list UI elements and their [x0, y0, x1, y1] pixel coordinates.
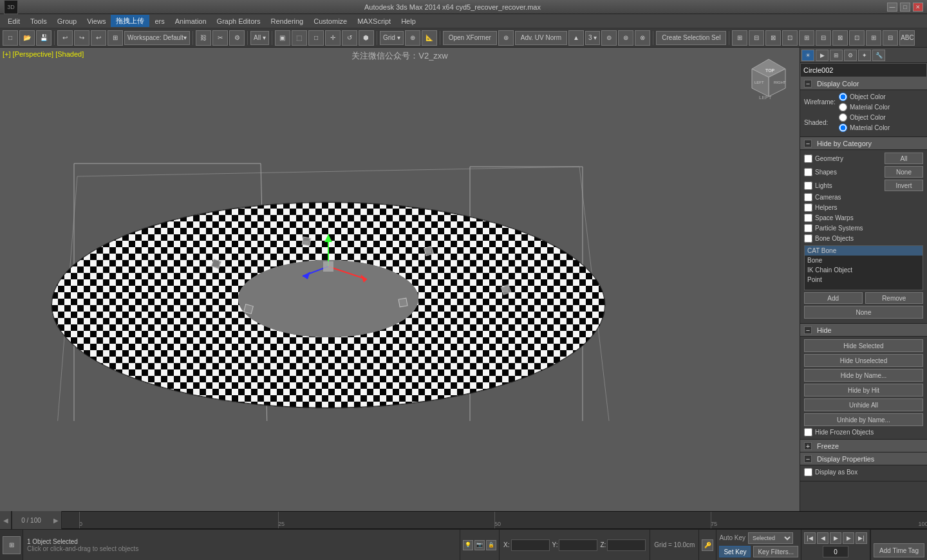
workspace-selector[interactable]: Workspace: Default▾	[124, 31, 190, 45]
menu-ers[interactable]: ers	[149, 16, 169, 26]
menu-maxscript[interactable]: MAXScript	[352, 16, 396, 26]
save-btn[interactable]: 💾	[36, 30, 52, 46]
menu-tools[interactable]: Tools	[25, 16, 52, 26]
shapes-checkbox[interactable]	[804, 168, 812, 176]
frame-input[interactable]	[823, 546, 848, 557]
extra6[interactable]: ⊠	[765, 30, 781, 46]
rect-select-btn[interactable]: □	[308, 30, 324, 46]
list-item-bone[interactable]: Bone	[805, 256, 922, 265]
add-time-tag-btn[interactable]: Add Time Tag	[874, 543, 924, 557]
hide-toggle[interactable]: −	[804, 326, 812, 334]
key-filters-btn[interactable]: Key Filters...	[753, 546, 798, 557]
particle-systems-checkbox[interactable]	[804, 224, 812, 232]
none-btn2[interactable]: None	[804, 306, 923, 319]
hide-by-category-header[interactable]: − Hide by Category	[800, 137, 927, 150]
extra11[interactable]: ⊡	[849, 30, 865, 46]
undo-btn[interactable]: ↩	[57, 30, 73, 46]
hide-by-category-toggle[interactable]: −	[804, 140, 812, 147]
move-btn[interactable]: ✛	[325, 30, 341, 46]
cameras-checkbox[interactable]	[804, 193, 812, 201]
add-button[interactable]: Add	[804, 292, 863, 304]
hide-header[interactable]: − Hide	[800, 324, 927, 337]
list-item-cat-bone[interactable]: CAT Bone	[805, 246, 922, 256]
display-properties-toggle[interactable]: −	[804, 455, 812, 463]
extra14[interactable]: ABC	[899, 30, 915, 46]
prev-key-btn[interactable]: ◀	[817, 532, 829, 544]
menu-upload[interactable]: 拖拽上传	[111, 15, 149, 27]
undo2-btn[interactable]: ↩	[91, 30, 106, 46]
unlink-btn[interactable]: ✂	[212, 30, 228, 46]
display-color-toggle[interactable]: −	[804, 80, 812, 88]
view-cube[interactable]: TOP RIGHT LEFT LEFT	[743, 53, 794, 104]
extra9[interactable]: ⊟	[816, 30, 831, 46]
none-btn[interactable]: None	[885, 166, 923, 178]
display-as-box-checkbox[interactable]	[804, 468, 812, 476]
menu-group[interactable]: Group	[52, 16, 82, 26]
shaded-material-color-radio[interactable]	[839, 124, 847, 132]
maximize-button[interactable]: □	[900, 3, 910, 12]
select-btn[interactable]: ▣	[275, 30, 290, 46]
freeze-header[interactable]: + Freeze	[800, 440, 927, 453]
snap-btn[interactable]: 📐	[422, 30, 437, 46]
coord-dropdown[interactable]: Grid ▾	[380, 31, 404, 45]
extra3[interactable]: ⊗	[635, 30, 650, 46]
remove-button[interactable]: Remove	[865, 292, 924, 304]
hide-by-name-btn[interactable]: Hide by Name...	[804, 369, 923, 382]
extra12[interactable]: ⊞	[866, 30, 881, 46]
create-selection-btn[interactable]: Create Selection Sel	[656, 31, 726, 45]
rotate-btn[interactable]: ↺	[342, 30, 357, 46]
unhide-all-btn[interactable]: Unhide All	[804, 398, 923, 411]
three-dropdown[interactable]: 3 ▾	[585, 31, 600, 45]
extra4[interactable]: ⊞	[732, 30, 747, 46]
mini-view-btn[interactable]: ⊞	[3, 536, 21, 554]
helpers-checkbox[interactable]	[804, 203, 812, 212]
prev-frame-btn[interactable]: |◀	[804, 532, 816, 544]
next-frame-btn[interactable]: ▶|	[856, 532, 867, 544]
modify-panel-icon[interactable]: ⚙	[844, 50, 857, 61]
extra1[interactable]: ⊚	[601, 30, 617, 46]
z-input[interactable]	[607, 539, 646, 551]
shaded-object-color-radio[interactable]	[839, 113, 847, 122]
hide-unselected-btn[interactable]: Hide Unselected	[804, 354, 923, 367]
extra5[interactable]: ⊟	[749, 30, 764, 46]
hierarchy-panel-icon[interactable]: ⊞	[830, 50, 843, 61]
xformer-icon[interactable]: ⊛	[498, 30, 514, 46]
scale-btn[interactable]: ⬢	[359, 30, 374, 46]
wireframe-object-color-radio[interactable]	[839, 93, 847, 101]
utilities-panel-icon[interactable]: 🔧	[872, 50, 885, 61]
menu-customize[interactable]: Customize	[308, 16, 352, 26]
x-input[interactable]	[511, 539, 550, 551]
minimize-button[interactable]: —	[887, 3, 897, 12]
set-key-btn[interactable]: Set Key	[719, 546, 751, 557]
redo-btn[interactable]: ↪	[74, 30, 89, 46]
open-xformer-btn[interactable]: Open XFormer	[443, 31, 497, 45]
auto-key-dropdown[interactable]: Selected	[748, 532, 793, 544]
create-panel-icon[interactable]: ✦	[858, 50, 871, 61]
key-icon[interactable]: 🔑	[702, 539, 713, 551]
lights-checkbox[interactable]	[804, 182, 812, 190]
select-name-btn[interactable]: ⬚	[292, 30, 307, 46]
hide-selected-btn[interactable]: Hide Selected	[804, 339, 923, 352]
unhide-by-name-btn[interactable]: Unhide by Name...	[804, 413, 923, 426]
menu-help[interactable]: Help	[396, 16, 421, 26]
menu-rendering[interactable]: Rendering	[265, 16, 308, 26]
display-panel-icon[interactable]: ☀	[801, 50, 814, 61]
adv-uv-btn[interactable]: Adv. UV Norm	[515, 31, 567, 45]
pivot-btn[interactable]: ⊕	[405, 30, 420, 46]
extra8[interactable]: ⊞	[799, 30, 814, 46]
bind-btn[interactable]: ⚙	[229, 30, 245, 46]
timeline-right-arrow[interactable]: ▶	[50, 511, 62, 529]
hide-frozen-checkbox[interactable]	[804, 428, 812, 436]
menu-views[interactable]: Views	[82, 16, 111, 26]
list-item-ik-chain[interactable]: IK Chain Object	[805, 265, 922, 275]
object-name-input[interactable]	[800, 63, 927, 77]
all-btn[interactable]: All	[885, 153, 923, 164]
open-btn[interactable]: 📂	[19, 30, 35, 46]
hide-by-hit-btn[interactable]: Hide by Hit	[804, 384, 923, 397]
list-item-point[interactable]: Point	[805, 275, 922, 285]
timeline-left-arrow[interactable]: ◀	[0, 511, 12, 529]
bone-objects-checkbox[interactable]	[804, 234, 812, 243]
motion-panel-icon[interactable]: ▶	[816, 50, 829, 61]
invert-btn[interactable]: Invert	[885, 180, 923, 191]
timeline-track[interactable]: 0 25 50 75 100	[62, 512, 927, 528]
